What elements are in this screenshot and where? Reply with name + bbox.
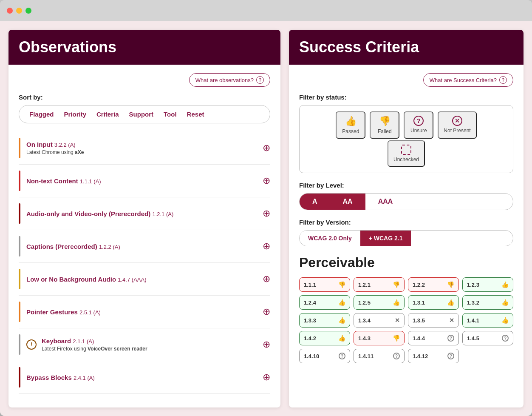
criteria-id-1-4-1: 1.4.1 xyxy=(467,317,479,324)
success-criteria-title: Success Criteria xyxy=(299,38,513,56)
wcag20-only-button[interactable]: WCAG 2.0 Only xyxy=(300,231,360,246)
priority-bar-7 xyxy=(19,334,20,355)
criteria-1-4-11[interactable]: 1.4.11 ? xyxy=(354,349,405,363)
observations-help-button[interactable]: What are observations? ? xyxy=(189,73,270,87)
status-unsure-button[interactable]: ? Unsure xyxy=(404,111,433,139)
obs-version-5: 1.4.7 (AAA) xyxy=(118,276,146,283)
sort-label: Sort by: xyxy=(19,94,270,101)
criteria-1-4-4[interactable]: 1.4.4 ? xyxy=(408,331,459,345)
sc-help-label: What are Success Criteria? xyxy=(430,77,497,83)
status-failed-button[interactable]: 👎 Failed xyxy=(370,111,399,139)
criteria-id-1-4-3: 1.4.3 xyxy=(358,335,371,342)
obs-add-icon-1[interactable]: ⊕ xyxy=(263,142,270,154)
minimize-button[interactable] xyxy=(16,8,22,14)
sort-tool[interactable]: Tool xyxy=(160,109,180,120)
observations-list: On Input 3.2.2 (A) Latest Chrome using a… xyxy=(19,132,270,394)
criteria-1-1-1[interactable]: 1.1.1 👎 xyxy=(299,277,350,292)
status-unchecked-button[interactable]: Unchecked xyxy=(388,140,425,167)
fail-icon-1-1-1: 👎 xyxy=(338,281,345,288)
sort-support[interactable]: Support xyxy=(126,109,157,120)
observations-title: Observations xyxy=(19,38,270,56)
close-button[interactable] xyxy=(7,8,13,14)
success-criteria-panel: Success Criteria What are Success Criter… xyxy=(289,30,524,407)
obs-add-icon-4[interactable]: ⊕ xyxy=(263,241,270,252)
criteria-id-1-2-2: 1.2.2 xyxy=(413,282,425,288)
pass-icon-1-3-3: 👍 xyxy=(338,317,345,324)
app-window: Observations What are observations? ? So… xyxy=(0,0,532,416)
perceivable-title: Perceivable xyxy=(299,255,513,271)
obs-item-4[interactable]: Captions (Prerecorded) 1.2.2 (A) ⊕ xyxy=(19,230,270,263)
status-passed-button[interactable]: 👍 Passed xyxy=(336,111,365,139)
obs-item-1[interactable]: On Input 3.2.2 (A) Latest Chrome using a… xyxy=(19,132,270,165)
obs-content-5: Low or No Background Audio 1.4.7 (AAA) xyxy=(26,276,263,283)
obs-add-icon-5[interactable]: ⊕ xyxy=(263,274,270,285)
obs-item-6[interactable]: Pointer Gestures 2.5.1 (A) ⊕ xyxy=(19,296,270,328)
wcag21-button[interactable]: + WCAG 2.1 xyxy=(360,231,411,246)
obs-item-5[interactable]: Low or No Background Audio 1.4.7 (AAA) ⊕ xyxy=(19,263,270,296)
criteria-id-1-3-5: 1.3.5 xyxy=(413,317,425,324)
obs-item-7[interactable]: ! Keyboard 2.1.1 (A) Latest Firefox usin… xyxy=(19,328,270,361)
criteria-id-1-2-5: 1.2.5 xyxy=(358,299,371,306)
obs-content-7: Keyboard 2.1.1 (A) Latest Firefox using … xyxy=(42,337,263,352)
success-criteria-body: What are Success Criteria? ? Filter by s… xyxy=(289,65,524,407)
criteria-id-1-4-11: 1.4.11 xyxy=(358,353,374,359)
obs-version-8: 2.4.1 (A) xyxy=(74,375,95,381)
thumbs-down-icon: 👎 xyxy=(379,116,391,127)
criteria-1-2-1[interactable]: 1.2.1 👎 xyxy=(354,277,405,292)
criteria-1-3-5[interactable]: 1.3.5 ✕ xyxy=(408,313,459,328)
criteria-1-4-5[interactable]: 1.4.5 ? xyxy=(462,331,513,345)
level-aa-button[interactable]: AA xyxy=(330,194,365,210)
sort-priority[interactable]: Priority xyxy=(61,109,90,120)
criteria-1-3-2[interactable]: 1.3.2 👍 xyxy=(462,295,513,310)
level-a-button[interactable]: A xyxy=(300,194,330,210)
obs-title-4: Captions (Prerecorded) 1.2.2 (A) xyxy=(26,243,263,250)
obs-item-3[interactable]: Audio-only and Video-only (Prerecorded) … xyxy=(19,197,270,230)
obs-add-icon-2[interactable]: ⊕ xyxy=(263,175,270,186)
obs-add-icon-7[interactable]: ⊕ xyxy=(263,339,270,350)
criteria-1-2-5[interactable]: 1.2.5 👍 xyxy=(354,295,405,310)
criteria-1-2-3[interactable]: 1.2.3 👍 xyxy=(462,277,513,292)
sort-reset[interactable]: Reset xyxy=(184,109,208,120)
obs-item-2[interactable]: Non-text Content 1.1.1 (A) ⊕ xyxy=(19,165,270,197)
criteria-id-1-4-12: 1.4.12 xyxy=(413,353,428,359)
sort-flagged[interactable]: Flagged xyxy=(26,109,57,120)
obs-add-icon-8[interactable]: ⊕ xyxy=(263,372,270,383)
obs-subtitle-7: Latest Firefox using VoiceOver screen re… xyxy=(42,346,263,352)
criteria-1-4-1[interactable]: 1.4.1 👍 xyxy=(462,313,513,328)
criteria-1-3-1[interactable]: 1.3.1 👍 xyxy=(408,295,459,310)
success-criteria-help-button[interactable]: What are Success Criteria? ? xyxy=(423,73,513,87)
priority-bar-8 xyxy=(19,367,20,388)
obs-content-1: On Input 3.2.2 (A) Latest Chrome using a… xyxy=(26,141,263,155)
obs-add-icon-3[interactable]: ⊕ xyxy=(263,208,270,219)
criteria-1-4-3[interactable]: 1.4.3 👎 xyxy=(354,331,405,345)
obs-tool-1: aXe xyxy=(75,149,84,155)
priority-bar-6 xyxy=(19,302,20,322)
criteria-1-4-2[interactable]: 1.4.2 👍 xyxy=(299,331,350,345)
unsure-icon-1-4-4: ? xyxy=(447,335,454,342)
criteria-1-2-4[interactable]: 1.2.4 👍 xyxy=(299,295,350,310)
priority-bar-5 xyxy=(19,269,20,289)
status-not-present-button[interactable]: ✕ Not Present xyxy=(438,111,476,139)
criteria-1-2-2[interactable]: 1.2.2 👎 xyxy=(408,277,459,292)
pass-icon-1-2-4: 👍 xyxy=(338,299,345,306)
status-passed-label: Passed xyxy=(342,128,359,134)
sc-help-link-container: What are Success Criteria? ? xyxy=(299,73,513,87)
traffic-lights xyxy=(7,8,31,14)
criteria-1-3-3[interactable]: 1.3.3 👍 xyxy=(299,313,350,328)
sort-criteria[interactable]: Criteria xyxy=(93,109,122,120)
level-aaa-button[interactable]: AAA xyxy=(365,194,406,210)
criteria-id-1-1-1: 1.1.1 xyxy=(304,282,316,288)
maximize-button[interactable] xyxy=(25,8,31,14)
status-unchecked-label: Unchecked xyxy=(393,157,419,162)
obs-item-8[interactable]: Bypass Blocks 2.4.1 (A) ⊕ xyxy=(19,361,270,394)
status-grid: 👍 Passed 👎 Failed ? Unsure xyxy=(306,111,507,139)
filter-version-label: Filter by Version: xyxy=(299,219,513,226)
criteria-1-4-12[interactable]: 1.4.12 ? xyxy=(408,349,459,363)
fail-icon-1-2-1: 👎 xyxy=(393,281,400,288)
obs-add-icon-6[interactable]: ⊕ xyxy=(263,306,270,317)
pass-icon-1-3-2: 👍 xyxy=(501,299,509,306)
criteria-1-3-4[interactable]: 1.3.4 ✕ xyxy=(354,313,405,328)
criteria-1-4-10[interactable]: 1.4.10 ? xyxy=(299,349,350,363)
obs-title-1: On Input 3.2.2 (A) xyxy=(26,141,263,148)
pass-icon-1-2-5: 👍 xyxy=(393,299,400,306)
